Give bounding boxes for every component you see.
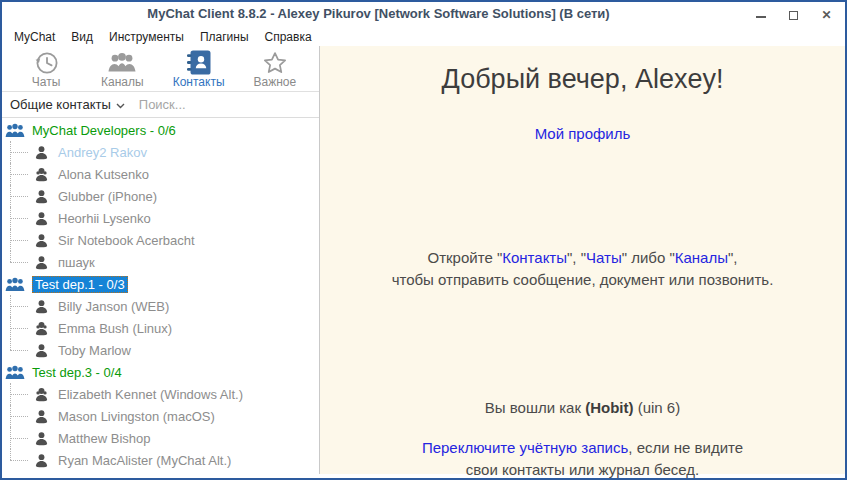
tree-branch-lines	[2, 251, 28, 273]
contact-name[interactable]: Ryan MacAlister (MyChat Alt.)	[58, 453, 231, 468]
switch-line2: свои контакты или журнал бесед.	[320, 459, 845, 480]
contacts-link[interactable]: Контакты	[502, 249, 567, 266]
contact-row[interactable]: Alona Kutsenko	[2, 163, 319, 185]
chats-link[interactable]: Чаты	[586, 249, 622, 266]
contact-name[interactable]: Toby Marlow	[58, 343, 131, 358]
window-controls: ✕	[744, 2, 843, 28]
tree-branch-lines	[2, 163, 28, 185]
welcome-panel: Добрый вечер, Alexey! Мой профиль Открой…	[320, 46, 845, 474]
contact-row[interactable]: Glubber (iPhone)	[2, 185, 319, 207]
toolbar-button-important[interactable]: Важное	[239, 47, 311, 91]
tree-branch-lines	[2, 185, 28, 207]
group-label-selected[interactable]: Test dep.1 - 0/3	[32, 276, 128, 293]
contact-row[interactable]: Mason Livingston (macOS)	[2, 405, 319, 427]
tree-branch-lines	[2, 229, 28, 251]
my-profile-link[interactable]: Мой профиль	[535, 125, 631, 142]
search-input[interactable]	[139, 97, 315, 112]
contact-row[interactable]: Heorhii Lysenko	[2, 207, 319, 229]
toolbar-button-channels[interactable]: Каналы	[86, 47, 158, 91]
group-icon	[5, 277, 25, 292]
menu-item-инструменты[interactable]: Инструменты	[101, 30, 192, 44]
switch-account-text: Переключите учётную запись, если не види…	[320, 437, 845, 480]
title-bar: MyChat Client 8.8.2 - Alexey Pikurov [Ne…	[2, 2, 845, 28]
contact-group-row[interactable]: MyChat Developers - 0/6	[2, 119, 319, 141]
contact-row[interactable]: Elizabeth Kennet (Windows Alt.)	[2, 383, 319, 405]
user-male-icon	[34, 233, 49, 248]
menu-item-справка[interactable]: Справка	[257, 30, 320, 44]
contact-name[interactable]: Glubber (iPhone)	[58, 189, 157, 204]
tree-branch-lines	[2, 141, 28, 163]
contact-row[interactable]: Emma Bush (Linux)	[2, 317, 319, 339]
people-group-icon	[107, 49, 137, 76]
contact-name[interactable]: Billy Janson (WEB)	[58, 299, 169, 314]
menu-item-плагины[interactable]: Плагины	[192, 30, 257, 44]
group-label[interactable]: MyChat Developers - 0/6	[32, 123, 176, 138]
user-male-icon	[34, 453, 49, 468]
maximize-icon	[789, 11, 798, 20]
switch-account-link[interactable]: Переключите учётную запись	[422, 439, 628, 456]
user-male-icon	[34, 145, 49, 160]
left-panel: ЧатыКаналыКонтактыВажное Общие контакты …	[2, 46, 320, 474]
contact-tree: MyChat Developers - 0/6Andrey2 RakovAlon…	[2, 118, 319, 474]
minimize-button[interactable]	[744, 2, 777, 28]
user-male-icon	[34, 189, 49, 204]
mychat-window: MyChat Client 8.8.2 - Alexey Pikurov [Ne…	[0, 0, 847, 480]
user-male-icon	[34, 431, 49, 446]
user-male-icon	[34, 255, 49, 270]
history-clock-icon	[33, 49, 60, 76]
contact-group-dropdown-label: Общие контакты	[10, 97, 111, 112]
contact-row[interactable]: Matthew Bishop	[2, 427, 319, 449]
tree-branch-lines	[2, 207, 28, 229]
menu-item-mychat[interactable]: MyChat	[6, 30, 63, 44]
toolbar-label-chats: Чаты	[32, 75, 61, 89]
group-label[interactable]: Test dep.3 - 0/4	[32, 365, 122, 380]
hint-prefix: Откройте "	[428, 249, 503, 266]
tree-branch-lines	[2, 317, 28, 339]
contact-row[interactable]: Sir Notebook Acerbacht	[2, 229, 319, 251]
window-title: MyChat Client 8.8.2 - Alexey Pikurov [Ne…	[2, 6, 755, 21]
tree-branch-lines	[2, 339, 28, 361]
user-male-icon	[34, 409, 49, 424]
contact-name[interactable]: Mason Livingston (macOS)	[58, 409, 215, 424]
user-male-icon	[34, 299, 49, 314]
tree-branch-lines	[2, 295, 28, 317]
contact-group-dropdown[interactable]: Общие контакты	[10, 97, 125, 112]
greeting-heading: Добрый вечер, Alexey!	[320, 64, 845, 95]
contact-name[interactable]: Alona Kutsenko	[58, 167, 149, 182]
tree-branch-lines	[2, 449, 28, 471]
user-female-icon	[34, 167, 49, 182]
user-female-icon	[34, 387, 49, 402]
toolbar-button-contacts[interactable]: Контакты	[163, 47, 235, 91]
user-male-icon	[34, 211, 49, 226]
channels-link[interactable]: Каналы	[675, 249, 728, 266]
close-icon: ✕	[821, 8, 831, 22]
contact-group-row[interactable]: Test dep.1 - 0/3	[2, 273, 319, 295]
contact-name[interactable]: Emma Bush (Linux)	[58, 321, 172, 336]
toolbar: ЧатыКаналыКонтактыВажное	[2, 46, 319, 92]
user-male-icon	[34, 343, 49, 358]
menu-item-вид[interactable]: Вид	[63, 30, 101, 44]
contact-row[interactable]: Toby Marlow	[2, 339, 319, 361]
contact-row[interactable]: Andrey2 Rakov	[2, 141, 319, 163]
contact-name[interactable]: Matthew Bishop	[58, 431, 151, 446]
group-icon	[5, 123, 25, 138]
hint-line2: чтобы отправить сообщение, документ или …	[320, 269, 845, 291]
contact-name[interactable]: пшаук	[58, 255, 95, 270]
address-book-icon	[185, 49, 212, 76]
contact-row[interactable]: пшаук	[2, 251, 319, 273]
close-button[interactable]: ✕	[810, 2, 843, 28]
contact-name[interactable]: Elizabeth Kennet (Windows Alt.)	[58, 387, 243, 402]
hint-text: Откройте "Контакты", "Чаты" либо "Каналы…	[320, 247, 845, 291]
contact-name[interactable]: Heorhii Lysenko	[58, 211, 151, 226]
contact-name[interactable]: Andrey2 Rakov	[58, 145, 147, 160]
maximize-button[interactable]	[777, 2, 810, 28]
content-area: ЧатыКаналыКонтактыВажное Общие контакты …	[2, 46, 845, 474]
toolbar-button-chats[interactable]: Чаты	[10, 47, 82, 91]
contact-name[interactable]: Sir Notebook Acerbacht	[58, 233, 195, 248]
contact-row[interactable]: Billy Janson (WEB)	[2, 295, 319, 317]
login-status: Вы вошли как (Hobit) (uin 6)	[320, 399, 845, 416]
contact-row[interactable]: Ryan MacAlister (MyChat Alt.)	[2, 449, 319, 471]
minimize-icon	[756, 16, 766, 18]
contact-group-row[interactable]: Test dep.3 - 0/4	[2, 361, 319, 383]
menu-bar: MyChatВидИнструментыПлагиныСправка	[2, 28, 845, 46]
